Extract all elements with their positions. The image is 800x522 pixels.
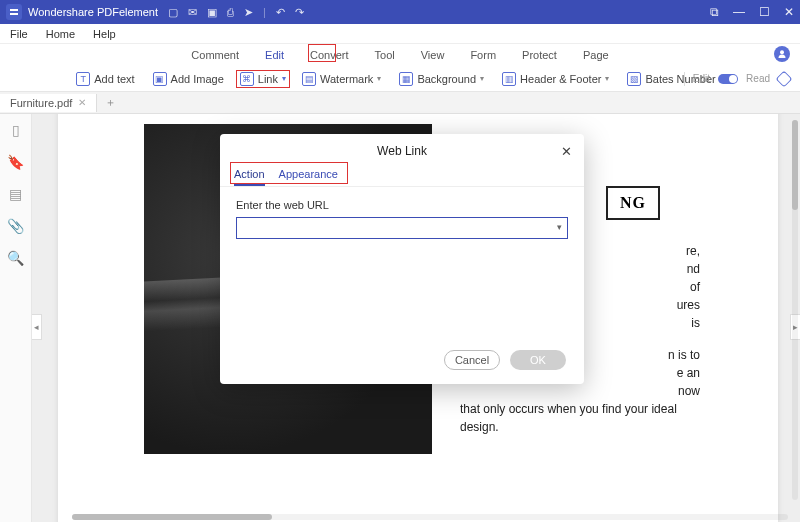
tab-convert[interactable]: Convert <box>306 47 353 63</box>
search-icon[interactable]: 🔍 <box>7 250 24 266</box>
tab-edit[interactable]: Edit <box>261 47 288 63</box>
thumbnails-icon[interactable]: ▯ <box>12 122 20 138</box>
close-icon[interactable]: ✕ <box>784 5 794 19</box>
background-label: Background <box>417 73 476 85</box>
image-icon: ▣ <box>153 72 167 86</box>
edit-toolbar: T Add text ▣ Add Image ⌘ Link ▾ ▤ Waterm… <box>0 66 800 92</box>
document-tabs: Furniture.pdf ✕ ＋ <box>0 92 800 114</box>
comments-icon[interactable]: ▤ <box>9 186 22 202</box>
horizontal-scrollbar[interactable] <box>72 514 788 520</box>
collapse-left-handle[interactable]: ◂ <box>32 314 42 340</box>
para2-tail: n is to e an now <box>620 346 700 400</box>
text-icon: T <box>76 72 90 86</box>
edit-mode-label: Edit <box>693 73 710 84</box>
settings-icon[interactable] <box>776 70 793 87</box>
bookmarks-icon[interactable]: 🔖 <box>7 154 24 170</box>
minimize-icon[interactable]: ― <box>733 5 745 19</box>
url-input[interactable] <box>236 217 568 239</box>
cancel-button[interactable]: Cancel <box>444 350 500 370</box>
vertical-scrollbar[interactable] <box>792 120 798 500</box>
ok-button[interactable]: OK <box>510 350 566 370</box>
title-bar: Wondershare PDFelement ▢ ✉ ▣ ⎙ ➤ | ↶ ↷ ⧉… <box>0 0 800 24</box>
add-image-label: Add Image <box>171 73 224 85</box>
add-text-label: Add text <box>94 73 134 85</box>
close-tab-icon[interactable]: ✕ <box>78 97 86 108</box>
maximize-icon[interactable]: ☐ <box>759 5 770 19</box>
user-avatar[interactable] <box>774 46 790 62</box>
add-text-button[interactable]: T Add text <box>70 70 140 88</box>
read-mode-label: Read <box>746 73 770 84</box>
header-footer-icon: ▥ <box>502 72 516 86</box>
tab-tool[interactable]: Tool <box>371 47 399 63</box>
para2-continuation: that only occurs when you find your idea… <box>460 400 700 436</box>
save-icon[interactable]: ▣ <box>207 6 217 19</box>
new-tab-button[interactable]: ＋ <box>97 95 124 110</box>
dialog-title-text: Web Link <box>377 144 427 158</box>
add-image-button[interactable]: ▣ Add Image <box>147 70 230 88</box>
tab-form[interactable]: Form <box>466 47 500 63</box>
document-tab[interactable]: Furniture.pdf ✕ <box>0 94 97 112</box>
watermark-button[interactable]: ▤ Watermark ▾ <box>296 70 387 88</box>
undo-icon[interactable]: ↶ <box>276 6 285 19</box>
dialog-close-icon[interactable]: ✕ <box>561 144 572 159</box>
bates-icon: ▧ <box>627 72 641 86</box>
link-icon: ⌘ <box>240 72 254 86</box>
side-rail: ▯ 🔖 ▤ 📎 🔍 <box>0 114 32 522</box>
menu-bar: File Home Help <box>0 24 800 44</box>
quick-access: ▢ ✉ ▣ ⎙ ➤ | ↶ ↷ <box>168 6 304 19</box>
link-button[interactable]: ⌘ Link ▾ <box>236 70 290 88</box>
window-controls: ⧉ ― ☐ ✕ <box>710 5 794 19</box>
redo-icon[interactable]: ↷ <box>295 6 304 19</box>
web-link-dialog: Web Link ✕ Action Appearance Enter the w… <box>220 134 584 384</box>
url-label: Enter the web URL <box>236 199 568 211</box>
watermark-icon: ▤ <box>302 72 316 86</box>
background-icon: ▦ <box>399 72 413 86</box>
new-window-icon[interactable]: ⧉ <box>710 5 719 19</box>
link-label: Link <box>258 73 278 85</box>
attachments-icon[interactable]: 📎 <box>7 218 24 234</box>
dialog-tabs: Action Appearance <box>220 164 584 187</box>
background-button[interactable]: ▦ Background ▾ <box>393 70 490 88</box>
print-icon[interactable]: ⎙ <box>227 6 234 18</box>
dialog-tab-appearance[interactable]: Appearance <box>279 164 338 186</box>
header-footer-button[interactable]: ▥ Header & Footer ▾ <box>496 70 615 88</box>
menu-file[interactable]: File <box>10 28 28 40</box>
chevron-down-icon: ▾ <box>377 74 381 83</box>
scroll-thumb[interactable] <box>792 120 798 210</box>
open-icon[interactable]: ▢ <box>168 6 178 19</box>
mail-icon[interactable]: ✉ <box>188 6 197 19</box>
tab-page[interactable]: Page <box>579 47 613 63</box>
scroll-thumb[interactable] <box>72 514 272 520</box>
share-icon[interactable]: ➤ <box>244 6 253 19</box>
dialog-title: Web Link ✕ <box>220 134 584 164</box>
tab-protect[interactable]: Protect <box>518 47 561 63</box>
tab-comment[interactable]: Comment <box>187 47 243 63</box>
dialog-buttons: Cancel OK <box>444 350 566 370</box>
watermark-label: Watermark <box>320 73 373 85</box>
chevron-down-icon: ▾ <box>480 74 484 83</box>
page-heading-fragment: NG <box>606 186 660 220</box>
para1-tail: re, nd of ures is <box>620 242 700 332</box>
chevron-down-icon: ▾ <box>605 74 609 83</box>
app-logo <box>6 4 22 20</box>
chevron-down-icon: ▾ <box>282 74 286 83</box>
header-footer-label: Header & Footer <box>520 73 601 85</box>
edit-read-toggle[interactable] <box>718 74 738 84</box>
app-title: Wondershare PDFelement <box>28 6 158 18</box>
svg-point-0 <box>780 50 784 54</box>
ribbon-tabs: Comment Edit Convert Tool View Form Prot… <box>0 44 800 66</box>
menu-help[interactable]: Help <box>93 28 116 40</box>
dialog-tab-action[interactable]: Action <box>234 164 265 186</box>
menu-home[interactable]: Home <box>46 28 75 40</box>
document-tab-label: Furniture.pdf <box>10 97 72 109</box>
dialog-body: Enter the web URL ▾ <box>220 187 584 251</box>
tab-view[interactable]: View <box>417 47 449 63</box>
